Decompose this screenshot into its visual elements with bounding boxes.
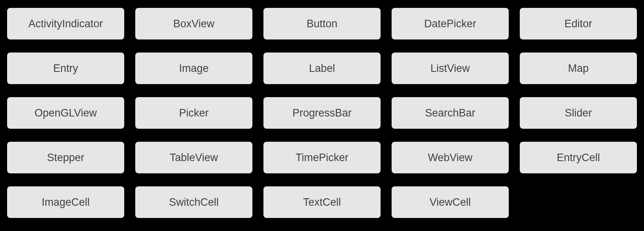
tile-label: Map: [568, 62, 589, 75]
slider-tile[interactable]: Slider: [520, 97, 637, 129]
tile-label: Image: [179, 62, 209, 75]
box-view-tile[interactable]: BoxView: [135, 8, 252, 39]
tile-label: Entry: [53, 62, 78, 75]
tile-label: Editor: [564, 18, 592, 30]
tile-label: ListView: [430, 62, 470, 75]
view-cell-tile[interactable]: ViewCell: [392, 186, 509, 218]
tile-label: ActivityIndicator: [28, 18, 103, 30]
tile-label: TableView: [170, 152, 218, 164]
tile-label: Label: [309, 62, 335, 75]
tile-label: BoxView: [173, 18, 215, 30]
tile-label: Picker: [179, 107, 209, 119]
tile-label: EntryCell: [557, 152, 600, 164]
tile-label: Button: [306, 18, 337, 30]
tile-label: WebView: [428, 152, 472, 164]
map-tile[interactable]: Map: [520, 53, 637, 84]
time-picker-tile[interactable]: TimePicker: [263, 142, 381, 173]
text-cell-tile[interactable]: TextCell: [263, 186, 381, 218]
search-bar-tile[interactable]: SearchBar: [392, 97, 509, 129]
tile-label: SearchBar: [425, 107, 476, 119]
image-cell-tile[interactable]: ImageCell: [7, 186, 124, 218]
tile-label: OpenGLView: [34, 107, 97, 119]
editor-tile[interactable]: Editor: [520, 8, 637, 39]
tile-label: ImageCell: [42, 196, 90, 208]
tile-label: SwitchCell: [169, 196, 218, 208]
image-tile[interactable]: Image: [135, 53, 252, 84]
date-picker-tile[interactable]: DatePicker: [392, 8, 509, 39]
picker-tile[interactable]: Picker: [135, 97, 252, 129]
entry-cell-tile[interactable]: EntryCell: [520, 142, 637, 173]
button-tile[interactable]: Button: [263, 8, 381, 39]
tile-label: ProgressBar: [292, 107, 351, 119]
tile-label: Slider: [565, 107, 592, 119]
web-view-tile[interactable]: WebView: [392, 142, 509, 173]
controls-grid: ActivityIndicator BoxView Button DatePic…: [7, 8, 637, 218]
list-view-tile[interactable]: ListView: [392, 53, 509, 84]
entry-tile[interactable]: Entry: [7, 53, 124, 84]
label-tile[interactable]: Label: [263, 53, 381, 84]
opengl-view-tile[interactable]: OpenGLView: [7, 97, 124, 129]
activity-indicator-tile[interactable]: ActivityIndicator: [7, 8, 124, 39]
stepper-tile[interactable]: Stepper: [7, 142, 124, 173]
switch-cell-tile[interactable]: SwitchCell: [135, 186, 252, 218]
tile-label: TextCell: [303, 196, 341, 208]
tile-label: ViewCell: [429, 196, 471, 208]
progress-bar-tile[interactable]: ProgressBar: [263, 97, 381, 129]
tile-label: DatePicker: [424, 18, 476, 30]
tile-label: Stepper: [47, 152, 84, 164]
table-view-tile[interactable]: TableView: [135, 142, 252, 173]
tile-label: TimePicker: [295, 152, 348, 164]
